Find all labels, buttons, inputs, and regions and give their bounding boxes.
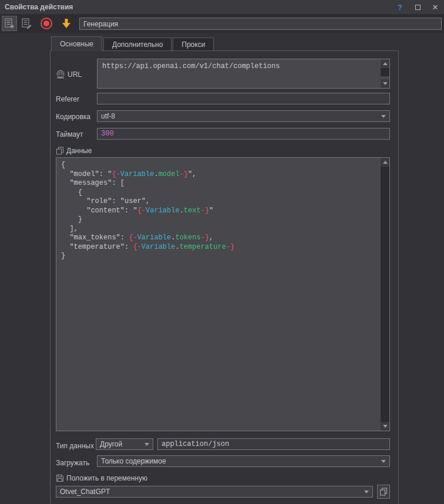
data-type-select[interactable]: Другой [96, 438, 153, 450]
output-variable-select[interactable]: Otvet_ChatGPT [56, 486, 373, 498]
scroll-down-button[interactable] [381, 79, 389, 88]
window-buttons: ? ✕ [391, 0, 444, 14]
data-textarea[interactable]: { "model": "{-Variable.model-}", "messag… [56, 157, 390, 431]
tab-additional[interactable]: Дополнительно [103, 38, 171, 50]
copy-pages-icon [379, 488, 388, 496]
tab-main[interactable]: Основные [51, 36, 102, 51]
scroll-up-button[interactable] [381, 59, 389, 68]
chevron-down-icon [381, 115, 386, 118]
chevron-down-icon [364, 491, 369, 493]
run-to-step-button[interactable] [59, 16, 74, 31]
action-properties-dialog: Свойства действия ? ✕ [0, 0, 444, 504]
chevron-down-icon [381, 460, 386, 463]
close-icon: ✕ [432, 3, 439, 12]
output-variable-label: Положить в переменную [56, 474, 147, 482]
copy-pages-icon [56, 147, 64, 155]
svg-text:www: www [56, 76, 64, 79]
url-scrollbar[interactable] [381, 59, 389, 88]
url-value: https://api.openai.com/v1/chat/completio… [97, 59, 380, 88]
action-edit-button[interactable] [19, 16, 34, 31]
scroll-up-button[interactable] [381, 158, 389, 167]
action-properties-button[interactable] [2, 16, 17, 31]
data-type-label: Тип данных [56, 442, 94, 450]
triangle-up-icon [383, 161, 388, 164]
encoding-label: Кодировка [56, 113, 90, 121]
load-mode-select[interactable]: Только содержимое [97, 455, 390, 467]
url-label: www URL [56, 70, 82, 79]
action-name-input[interactable] [79, 18, 442, 30]
data-code: { "model": "{-Variable.model-}", "messag… [56, 158, 380, 431]
scroll-down-button[interactable] [381, 422, 389, 431]
url-textarea[interactable]: https://api.openai.com/v1/chat/completio… [97, 59, 390, 89]
timeout-input[interactable] [97, 128, 390, 140]
triangle-up-icon [383, 62, 388, 65]
data-label: Данные [56, 147, 92, 155]
toolbar [0, 14, 444, 33]
close-button[interactable]: ✕ [426, 0, 444, 14]
list-gear-icon [4, 18, 15, 29]
load-mode-label: Загружать [56, 459, 89, 467]
tab-strip: Основные Дополнительно Прокси [51, 36, 215, 50]
save-floppy-icon [56, 474, 64, 482]
record-icon [40, 17, 53, 30]
down-arrow-icon [60, 18, 72, 29]
maximize-button[interactable] [409, 0, 426, 14]
data-scrollbar[interactable] [381, 158, 389, 431]
record-button[interactable] [39, 16, 54, 31]
timeout-label: Таймаут [56, 130, 83, 138]
maximize-icon [415, 5, 421, 10]
window-title: Свойства действия [5, 3, 73, 11]
tab-proxy[interactable]: Прокси [173, 38, 214, 50]
content-type-input[interactable] [157, 438, 390, 450]
chevron-down-icon [144, 443, 149, 446]
referer-input[interactable] [97, 93, 390, 104]
referer-label: Referer [56, 95, 79, 103]
help-button[interactable]: ? [391, 0, 409, 14]
title-bar: Свойства действия ? ✕ [0, 0, 444, 14]
triangle-down-icon [383, 425, 388, 428]
help-icon: ? [398, 3, 402, 12]
globe-www-icon: www [56, 70, 65, 79]
copy-variable-button[interactable] [377, 485, 390, 499]
list-pencil-icon [21, 18, 32, 29]
encoding-select[interactable]: utf-8 [97, 110, 390, 122]
triangle-down-icon [383, 82, 388, 85]
